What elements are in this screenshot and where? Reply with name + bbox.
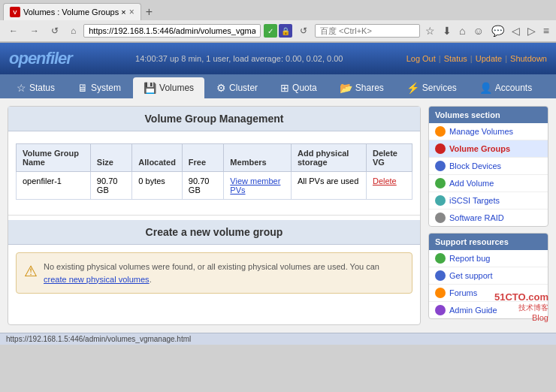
tab-bar: V Volumes : Volume Groups × × + bbox=[0, 0, 556, 20]
tab-close-button[interactable]: × bbox=[129, 7, 134, 17]
reload-button[interactable]: ↺ bbox=[47, 23, 63, 38]
browser-tab[interactable]: V Volumes : Volume Groups × × bbox=[3, 3, 141, 20]
view-members-link[interactable]: View member PVs bbox=[230, 176, 280, 194]
shares-tab-icon: 📂 bbox=[340, 82, 352, 94]
bookmark-icon[interactable]: ☆ bbox=[423, 24, 437, 38]
sidebar-volumes-title: Volumes section bbox=[429, 107, 548, 123]
sidebar-item-add-volume[interactable]: Add Volume bbox=[429, 175, 548, 192]
col-header-allocated: Allocated bbox=[132, 144, 183, 172]
col-header-size: Size bbox=[90, 144, 132, 172]
refresh-button[interactable]: ↺ bbox=[295, 23, 312, 38]
delete-vg-link[interactable]: Delete bbox=[373, 176, 397, 185]
block-devices-icon bbox=[435, 161, 446, 171]
volume-groups-table: Volume Group Name Size Allocated Free Me… bbox=[16, 143, 412, 200]
tab-cluster[interactable]: ⚙ Cluster bbox=[206, 77, 268, 98]
vg-free-cell: 90.70 GB bbox=[182, 172, 224, 200]
tab-system[interactable]: 🖥 System bbox=[67, 77, 131, 98]
sidebar-item-volume-groups[interactable]: Volume Groups bbox=[429, 140, 548, 158]
sidebar-item-manage-volumes[interactable]: Manage Volumes bbox=[429, 123, 548, 140]
search-input[interactable] bbox=[315, 24, 420, 38]
app-links: Log Out | Status | Update | Shutdown bbox=[406, 54, 547, 63]
home-icon[interactable]: ⌂ bbox=[457, 24, 467, 38]
logout-link[interactable]: Log Out bbox=[406, 54, 436, 63]
tab-shares[interactable]: 📂 Shares bbox=[329, 77, 394, 98]
warning-text: No existing physical volumes were found,… bbox=[44, 261, 404, 285]
nav-right-icon[interactable]: ▷ bbox=[525, 24, 538, 38]
sidebar-volumes-section: Volumes section Manage Volumes Volume Gr… bbox=[428, 106, 548, 227]
content-body: Volume Group Name Size Allocated Free Me… bbox=[8, 131, 420, 207]
nav-tabs: ☆ Status 🖥 System 💾 Volumes ⚙ Cluster ⊞ … bbox=[0, 74, 556, 98]
col-header-free: Free bbox=[182, 144, 224, 172]
nav-left-icon[interactable]: ◁ bbox=[509, 24, 522, 38]
vg-allocated-cell: 0 bytes bbox=[132, 172, 183, 200]
watermark-logo: 51CTO.com bbox=[494, 291, 548, 303]
manage-volumes-icon bbox=[435, 126, 446, 137]
download-icon[interactable]: ⬇ bbox=[440, 24, 454, 38]
tab-accounts[interactable]: 👤 Accounts bbox=[469, 77, 542, 98]
sidebar-item-report-bug[interactable]: Report bug bbox=[429, 250, 548, 267]
col-header-members: Members bbox=[224, 144, 292, 172]
security-icons: ✓ 🔒 bbox=[264, 24, 292, 38]
vg-delete-cell: Delete bbox=[366, 172, 412, 200]
action-icons: ☆ ⬇ ⌂ ☺ 💬 ◁ ▷ ≡ bbox=[423, 24, 551, 38]
forward-button[interactable]: → bbox=[26, 23, 44, 38]
section-header: Volume Group Management bbox=[8, 107, 420, 131]
address-input[interactable] bbox=[83, 24, 261, 38]
update-link[interactable]: Update bbox=[476, 54, 502, 63]
system-tab-icon: 🖥 bbox=[77, 82, 88, 94]
accounts-tab-icon: 👤 bbox=[479, 82, 492, 94]
create-physical-volumes-link[interactable]: create new physical volumes bbox=[44, 275, 150, 284]
table-row: openfiler-1 90.70 GB 0 bytes 90.70 GB Vi… bbox=[17, 172, 412, 200]
col-header-delete: Delete VG bbox=[366, 144, 412, 172]
services-tab-icon: ⚡ bbox=[406, 82, 419, 94]
tab-volumes[interactable]: 💾 Volumes bbox=[133, 77, 204, 98]
content-area: Volume Group Management Volume Group Nam… bbox=[8, 106, 421, 325]
report-bug-icon bbox=[435, 253, 446, 264]
sidebar-item-software-raid[interactable]: Software RAID bbox=[429, 210, 548, 226]
cluster-tab-icon: ⚙ bbox=[216, 82, 226, 94]
get-support-icon bbox=[435, 270, 446, 281]
admin-guide-icon bbox=[435, 305, 446, 315]
address-bar: ← → ↺ ⌂ ✓ 🔒 ↺ ☆ ⬇ ⌂ ☺ 💬 ◁ ▷ ≡ bbox=[0, 20, 556, 42]
tab-favicon: V bbox=[10, 7, 20, 17]
status-bar: https://192.168.1.5:446/admin/volumes_vg… bbox=[0, 333, 556, 345]
warning-icon: ⚠ bbox=[24, 262, 38, 280]
quota-tab-icon: ⊞ bbox=[280, 82, 289, 94]
app-header: openfiler 14:00:37 up 8 min, 1 user, loa… bbox=[0, 43, 556, 74]
status-tab-icon: ☆ bbox=[17, 82, 26, 94]
security-icon-green: ✓ bbox=[264, 24, 277, 38]
iscsi-targets-icon bbox=[435, 195, 446, 206]
chat-icon[interactable]: 💬 bbox=[489, 24, 506, 38]
warning-box: ⚠ No existing physical volumes were foun… bbox=[16, 252, 412, 294]
sidebar-item-iscsi-targets[interactable]: iSCSI Targets bbox=[429, 192, 548, 210]
shutdown-link[interactable]: Shutdown bbox=[510, 54, 547, 63]
sidebar-item-get-support[interactable]: Get support bbox=[429, 267, 548, 285]
security-icon-blue: 🔒 bbox=[279, 24, 292, 38]
create-section: Create a new volume group ⚠ No existing … bbox=[8, 215, 420, 294]
watermark-blog: Blog bbox=[494, 313, 548, 322]
vg-size-cell: 90.70 GB bbox=[90, 172, 132, 200]
home-button[interactable]: ⌂ bbox=[66, 23, 80, 38]
back-button[interactable]: ← bbox=[5, 23, 23, 38]
software-raid-icon bbox=[435, 213, 446, 223]
tab-label: Volumes : Volume Groups × bbox=[23, 8, 126, 17]
smiley-icon[interactable]: ☺ bbox=[471, 24, 486, 38]
vg-add-storage-cell: All PVs are used bbox=[291, 172, 366, 200]
app-status: 14:00:37 up 8 min, 1 user, load average:… bbox=[135, 54, 343, 63]
volume-groups-icon bbox=[435, 143, 446, 154]
tab-services[interactable]: ⚡ Services bbox=[396, 77, 467, 98]
watermark-sub: 技术博客 bbox=[494, 303, 548, 313]
tab-quota[interactable]: ⊞ Quota bbox=[270, 77, 328, 98]
col-header-name: Volume Group Name bbox=[17, 144, 91, 172]
watermark: 51CTO.com 技术博客 Blog bbox=[494, 291, 548, 322]
sidebar-item-block-devices[interactable]: Block Devices bbox=[429, 158, 548, 175]
sidebar-support-title: Support resources bbox=[429, 234, 548, 250]
vg-name-cell: openfiler-1 bbox=[17, 172, 91, 200]
main-content: Volume Group Management Volume Group Nam… bbox=[0, 98, 556, 333]
create-section-header: Create a new volume group bbox=[8, 220, 420, 245]
new-tab-button[interactable]: + bbox=[141, 4, 157, 20]
tab-status[interactable]: ☆ Status bbox=[6, 77, 65, 98]
menu-icon[interactable]: ≡ bbox=[541, 24, 551, 38]
status-link[interactable]: Status bbox=[444, 54, 467, 63]
app-logo: openfiler bbox=[9, 49, 72, 68]
